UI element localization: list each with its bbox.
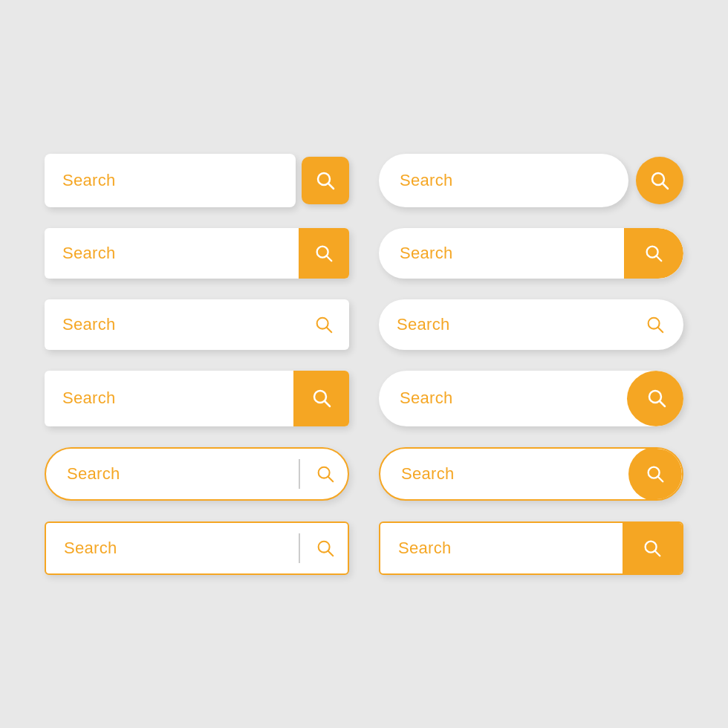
- search-input-area-11[interactable]: Search: [64, 539, 296, 558]
- svg-line-15: [660, 401, 665, 406]
- svg-line-5: [327, 256, 332, 261]
- svg-line-7: [657, 256, 662, 261]
- search-bars-grid: Search Search Search: [15, 124, 713, 605]
- svg-line-17: [328, 476, 334, 481]
- search-icon-9: [315, 464, 336, 484]
- search-divider-11: [299, 533, 300, 563]
- search-input-area-9[interactable]: Search: [67, 464, 296, 484]
- search-icon-1: [314, 169, 337, 192]
- search-icon-8: [646, 387, 668, 409]
- search-input-area-6[interactable]: Search: [397, 315, 645, 334]
- svg-line-19: [658, 476, 663, 481]
- search-bar-9: Search: [45, 447, 349, 501]
- search-bar-10: Search: [379, 447, 683, 501]
- search-input-area-1[interactable]: Search: [45, 154, 296, 207]
- search-input-area-7[interactable]: Search: [45, 389, 293, 408]
- search-placeholder-2: Search: [400, 171, 453, 190]
- search-bar-7: Search: [45, 371, 349, 426]
- search-placeholder-11: Search: [64, 539, 117, 557]
- search-input-area-10[interactable]: Search: [401, 464, 628, 484]
- search-bar-8: Search: [379, 371, 683, 426]
- search-button-4[interactable]: [624, 228, 683, 279]
- search-icon-10: [645, 464, 666, 484]
- search-bar-12: Search: [379, 521, 683, 575]
- search-bar-6: Search: [379, 299, 683, 350]
- search-placeholder-8: Search: [400, 389, 453, 407]
- search-icon-6: [645, 314, 666, 335]
- search-divider-9: [299, 459, 300, 489]
- search-bar-1: Search: [45, 154, 349, 207]
- search-icon-7: [311, 387, 333, 409]
- svg-line-13: [325, 401, 330, 406]
- search-placeholder-4: Search: [400, 244, 453, 262]
- search-placeholder-6: Search: [397, 315, 450, 334]
- search-button-11[interactable]: [303, 521, 348, 575]
- search-bar-11: Search: [45, 521, 349, 575]
- search-button-7[interactable]: [293, 371, 349, 426]
- search-button-5[interactable]: [313, 314, 334, 335]
- svg-line-21: [328, 550, 334, 556]
- search-placeholder-9: Search: [67, 464, 120, 483]
- search-input-area-8[interactable]: Search: [379, 389, 627, 408]
- search-icon-12: [642, 538, 663, 559]
- search-button-1[interactable]: [302, 157, 349, 204]
- search-input-area-5[interactable]: Search: [59, 315, 313, 334]
- search-icon-2: [649, 169, 671, 192]
- search-button-2[interactable]: [636, 157, 683, 204]
- search-input-area-3[interactable]: Search: [45, 244, 299, 263]
- search-placeholder-12: Search: [398, 539, 452, 557]
- search-icon-3: [313, 243, 334, 264]
- search-input-area-12[interactable]: Search: [398, 539, 623, 558]
- svg-line-9: [327, 327, 332, 332]
- search-icon-4: [643, 243, 664, 264]
- svg-line-1: [328, 183, 334, 189]
- search-input-area-4[interactable]: Search: [379, 244, 624, 263]
- svg-line-11: [658, 327, 663, 332]
- svg-line-3: [663, 183, 668, 189]
- search-placeholder-7: Search: [62, 389, 116, 407]
- search-button-8[interactable]: [627, 371, 683, 426]
- search-input-area-2[interactable]: Search: [379, 154, 628, 207]
- search-button-12[interactable]: [623, 521, 682, 575]
- search-bar-3: Search: [45, 228, 349, 279]
- search-placeholder-3: Search: [62, 244, 116, 262]
- search-placeholder-10: Search: [401, 464, 455, 483]
- search-button-3[interactable]: [299, 228, 349, 279]
- search-button-10[interactable]: [628, 447, 682, 501]
- search-bar-2: Search: [379, 154, 683, 207]
- search-icon-11: [315, 538, 336, 559]
- search-button-9[interactable]: [303, 447, 348, 501]
- search-bar-5: Search: [45, 299, 349, 350]
- search-bar-4: Search: [379, 228, 683, 279]
- search-placeholder-5: Search: [62, 315, 116, 334]
- search-icon-5: [313, 314, 334, 335]
- search-placeholder-1: Search: [62, 171, 116, 190]
- search-button-6[interactable]: [645, 314, 666, 335]
- svg-line-23: [655, 550, 660, 556]
